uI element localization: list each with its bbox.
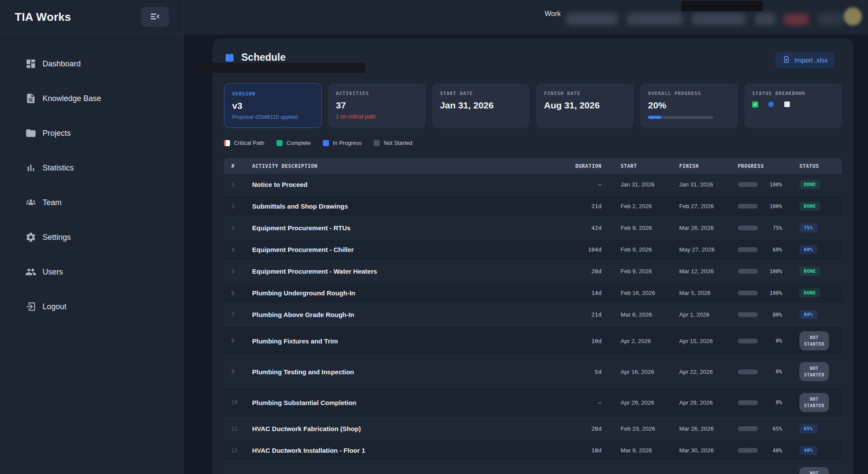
stat-value: v3 xyxy=(232,101,313,111)
legend-label: Not Started xyxy=(384,140,412,146)
breakdown-item: ✓4 xyxy=(752,101,763,108)
progress-cell: 100% xyxy=(730,268,799,275)
sidebar-item-projects[interactable]: Projects xyxy=(0,124,184,143)
redaction-bar-top xyxy=(681,1,763,11)
status-cell: NOT STARTED xyxy=(799,331,842,350)
table-row[interactable]: 8 Plumbing Fixtures and Trim 10d Apr 2, … xyxy=(224,326,842,356)
sidebar-item-label: Statistics xyxy=(43,163,74,173)
status-cell: 40% xyxy=(799,446,842,455)
row-number: 4 xyxy=(224,247,245,253)
legend-swatch xyxy=(224,140,230,146)
gear-icon xyxy=(25,232,36,243)
sidebar-item-settings[interactable]: Settings xyxy=(0,228,184,247)
finish-date-cell: Mar 5, 2026 xyxy=(667,290,730,296)
table-row[interactable]: 3 Equipment Procurement - RTUs 42d Feb 9… xyxy=(224,217,842,239)
progress-pill xyxy=(738,339,758,343)
status-cell: DONE xyxy=(799,288,842,297)
table-row[interactable]: NOT STARTED xyxy=(224,461,842,474)
activity-description: Plumbing Substantial Completion xyxy=(245,399,548,406)
stat-label: VERSION xyxy=(232,91,313,97)
start-date-cell: Feb 16, 2026 xyxy=(608,290,667,296)
table-row[interactable]: 11 HVAC Ductwork Fabrication (Shop) 28d … xyxy=(224,418,842,440)
progress-pill xyxy=(738,247,758,252)
progress-percent: 100% xyxy=(763,203,782,209)
table-row[interactable]: 9 Plumbing Testing and Inspection 5d Apr… xyxy=(224,356,842,387)
table-row[interactable]: 7 Plumbing Above Grade Rough-In 21d Mar … xyxy=(224,304,842,326)
schedule-card: Schedule Import .xlsx VERSIONv3Proposal … xyxy=(213,39,853,474)
duration-cell: 42d xyxy=(548,225,608,231)
sidebar-item-label: Dashboard xyxy=(43,59,81,69)
table-row[interactable]: 10 Plumbing Substantial Completion – Apr… xyxy=(224,387,842,418)
activity-description: Equipment Procurement - Chiller xyxy=(245,246,548,253)
finish-date-cell: Mar 30, 2026 xyxy=(667,447,730,454)
legend-label: Critical Path xyxy=(234,140,264,146)
finish-date-cell: Apr 15, 2026 xyxy=(667,338,730,344)
stat-card-finish-date: FINISH DATEAug 31, 2026 xyxy=(536,83,634,128)
column-header-status: STATUS xyxy=(799,163,842,169)
table-row[interactable]: 4 Equipment Procurement - Chiller 104d F… xyxy=(224,239,842,261)
sidebar-item-label: Logout xyxy=(43,302,66,311)
breakdown-count: 6 xyxy=(776,101,779,108)
statistics-icon xyxy=(25,162,36,173)
sidebar-collapse-button[interactable] xyxy=(141,7,169,27)
activity-description: HVAC Ductwork Installation - Floor 1 xyxy=(245,447,548,454)
breakdown-item: 27 xyxy=(784,101,798,108)
sidebar-item-knowledge-base[interactable]: Knowledge Base xyxy=(0,89,184,108)
table-row[interactable]: 1 Notice to Proceed – Jan 31, 2026 Jan 3… xyxy=(224,174,842,196)
sidebar-item-label: Projects xyxy=(43,129,71,138)
sidebar-item-dashboard[interactable]: Dashboard xyxy=(0,54,184,73)
table-header-row: #ACTIVITY DESCRIPTIONDURATIONSTARTFINISH… xyxy=(224,158,842,174)
stats-row: VERSIONv3Proposal d2b86110 applied ACTIV… xyxy=(224,83,842,128)
progress-cell: 0% xyxy=(730,369,799,375)
sidebar-header: TIA Works xyxy=(0,0,184,34)
column-header-activity-description: ACTIVITY DESCRIPTION xyxy=(245,163,548,169)
progress-percent: 0% xyxy=(763,399,782,405)
stat-card-overall-progress: OVERALL PROGRESS20% xyxy=(640,83,738,128)
stat-label: STATUS BREAKDOWN xyxy=(752,91,834,96)
status-cell: NOT STARTED xyxy=(799,362,842,381)
column-header-item: # xyxy=(224,163,245,169)
finish-date-cell: Apr 22, 2026 xyxy=(667,369,730,375)
stat-label: OVERALL PROGRESS xyxy=(648,91,730,96)
table-row[interactable]: 5 Equipment Procurement - Water Heaters … xyxy=(224,261,842,282)
sidebar-item-team[interactable]: Team xyxy=(0,193,184,212)
row-number: 2 xyxy=(224,203,245,209)
user-avatar[interactable] xyxy=(844,7,862,26)
sidebar-item-users[interactable]: Users xyxy=(0,262,184,281)
table-row[interactable]: 6 Plumbing Underground Rough-In 14d Feb … xyxy=(224,282,842,304)
activity-description: HVAC Ductwork Fabrication (Shop) xyxy=(245,425,548,432)
progress-cell: 0% xyxy=(730,338,799,344)
progress-pill xyxy=(738,400,758,405)
finish-date-cell: Apr 29, 2026 xyxy=(667,399,730,406)
status-badge: NOT STARTED xyxy=(799,393,829,412)
sidebar-item-logout[interactable]: Logout xyxy=(0,297,184,316)
column-header-finish: FINISH xyxy=(667,163,730,169)
import-xlsx-button[interactable]: Import .xlsx xyxy=(776,52,835,69)
stat-value: 20% xyxy=(648,100,730,111)
progress-pill xyxy=(738,226,758,230)
status-cell: NOT STARTED xyxy=(799,467,842,474)
breakdown-count: 4 xyxy=(760,101,763,108)
progress-cell: 100% xyxy=(730,203,799,209)
start-date-cell: Feb 9, 2026 xyxy=(608,268,667,275)
duration-cell: 18d xyxy=(548,447,608,454)
progress-cell: 65% xyxy=(730,426,799,432)
redacted-blur-region xyxy=(563,10,863,29)
done-check-icon: ✓ xyxy=(752,101,758,108)
redaction-bar-subtitle xyxy=(195,63,365,73)
duration-cell: 21d xyxy=(548,311,608,318)
table-row[interactable]: 2 Submittals and Shop Drawings 21d Feb 2… xyxy=(224,196,842,217)
sidebar-item-statistics[interactable]: Statistics xyxy=(0,158,184,177)
table-row[interactable]: 12 HVAC Ductwork Installation - Floor 1 … xyxy=(224,440,842,461)
breakdown-item: 6 xyxy=(768,101,779,108)
duration-cell: – xyxy=(548,399,608,406)
progress-pill xyxy=(738,312,758,317)
row-number: 6 xyxy=(224,290,245,296)
status-cell: 60% xyxy=(799,245,842,254)
activity-description: Equipment Procurement - Water Heaters xyxy=(245,268,548,275)
row-number: 7 xyxy=(224,312,245,318)
status-badge: DONE xyxy=(799,202,820,211)
progress-cell: 80% xyxy=(730,312,799,318)
progress-pill xyxy=(738,369,758,374)
progress-pill xyxy=(738,269,758,274)
